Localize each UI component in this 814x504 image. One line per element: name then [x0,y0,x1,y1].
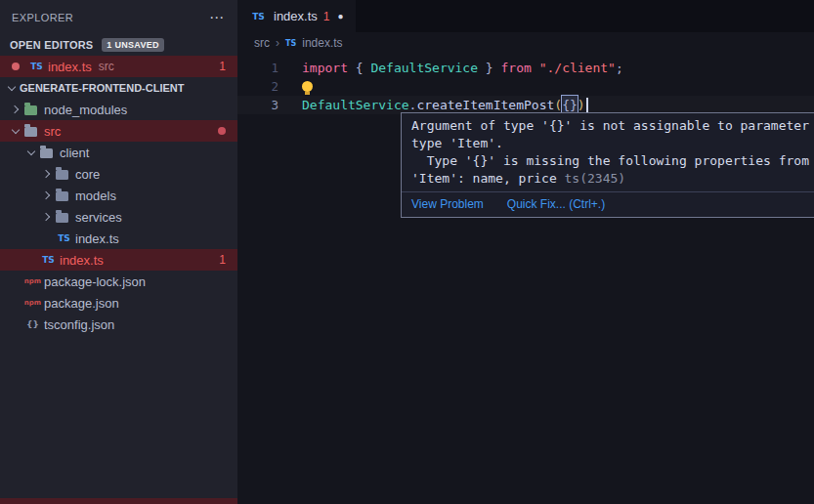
line-content [278,81,317,92]
file-label: tsconfig.json [44,317,114,332]
folder-icon [56,170,68,180]
code-line-1[interactable]: 1import { DefaultService } from "./clien… [237,59,814,77]
project-root-header[interactable]: GENERATE-FRONTEND-CLIENT [0,77,237,99]
code-token: from [501,59,532,77]
typescript-file-icon: TS [249,12,268,21]
folder-icon [56,191,68,201]
tree-item-package-lock-json[interactable]: npmpackage-lock.json [0,271,237,292]
text-cursor [586,98,588,112]
editor-area: TS index.ts 1 ● src › TS index.ts 1impor… [237,0,814,504]
more-actions-icon[interactable]: ⋯ [209,10,224,24]
ts-file-icon: TS [39,255,58,265]
folder-icon [24,105,37,115]
error-dot-icon [218,127,226,135]
tree-item-src[interactable]: src [0,120,237,142]
file-tree: node_modulessrcclientcoremodelsservicesT… [0,99,237,335]
chevron-down-icon[interactable] [8,129,23,133]
code-area[interactable]: 1import { DefaultService } from "./clien… [237,59,814,114]
file-label: package.json [44,296,119,311]
tree-item-tsconfig-json[interactable]: {}tsconfig.json [0,314,237,335]
tree-item-node-modules[interactable]: node_modules [0,99,237,120]
explorer-title: EXPLORER [12,12,73,23]
code-token: } [478,59,500,77]
chevron-right-icon[interactable] [8,106,23,112]
tree-item-package-json[interactable]: npmpackage.json [0,292,237,314]
modified-dot-icon [12,63,20,70]
open-editor-file-name: index.ts [48,60,92,74]
tab-error-count: 1 [323,10,330,23]
code-token: DefaultService [302,96,409,114]
hover-action-view[interactable]: View Problem [411,197,484,211]
code-token: ; [616,59,623,77]
open-editors-label: OPEN EDITORS [10,39,93,51]
error-count-badge: 1 [219,253,226,267]
tree-item-core[interactable]: core [0,163,237,185]
unsaved-badge: 1 UNSAVED [102,38,164,52]
code-token: import [302,59,348,77]
tree-item-index-ts[interactable]: TSindex.ts1 [0,249,237,271]
hover-message-text: Type '{}' is missing the following prope… [411,153,814,168]
tree-item-index-ts[interactable]: TSindex.ts [0,228,237,249]
breadcrumb-file[interactable]: index.ts [302,36,342,50]
breadcrumb-separator: › [276,36,279,50]
file-label: models [75,189,116,203]
line-number: 1 [237,59,278,77]
file-label: core [75,167,100,182]
explorer-sidebar: EXPLORER ⋯ OPEN EDITORS 1 UNSAVED TS ind… [0,0,237,504]
error-code-ref: ts(2345) [565,171,626,186]
chevron-down-icon[interactable] [23,150,39,154]
project-root-label: GENERATE-FRONTEND-CLIENT [20,82,184,94]
ts-file-icon: TS [55,233,73,243]
hover-message-line: 'Item': name, price ts(2345) [411,170,814,188]
folder-icon [56,213,68,223]
tab-index-ts[interactable]: TS index.ts 1 ● [237,0,356,32]
chevron-down-icon [4,86,20,90]
hover-action-bar: View ProblemQuick Fix... (Ctrl+.) [402,191,814,217]
hover-message-text: type 'Item'. [411,136,503,150]
code-token: DefaultService [370,59,478,77]
hover-action-quick[interactable]: Quick Fix... (Ctrl+.) [507,197,605,211]
line-number: 2 [237,77,278,96]
file-label: node_modules [44,103,127,117]
breadcrumb: src › TS index.ts [237,32,814,54]
code-token: "./client" [539,59,616,77]
code-token: { [348,59,370,77]
hover-message: Argument of type '{}' is not assignable … [402,113,814,191]
error-count-badge: 1 [219,60,226,73]
tree-item-services[interactable]: services [0,206,237,228]
lightbulb-icon[interactable] [302,81,313,92]
file-label: client [60,146,89,160]
tree-item-client[interactable]: client [0,142,237,163]
folder-icon [24,127,37,137]
sidebar-header: EXPLORER ⋯ [0,0,237,34]
folder-icon [40,148,53,158]
hover-message-text: 'Item': name, price [411,171,565,186]
vscode-window: EXPLORER ⋯ OPEN EDITORS 1 UNSAVED TS ind… [0,0,814,504]
tree-item-models[interactable]: models [0,185,237,206]
dirty-dot-icon[interactable]: ● [338,11,344,21]
file-label: index.ts [75,231,119,246]
npm-file-icon: npm [23,299,42,307]
file-label: package-lock.json [44,274,146,289]
chevron-right-icon[interactable] [39,214,55,220]
npm-file-icon: npm [23,277,42,285]
tab-label: index.ts [274,9,318,23]
open-editor-file-path: src [99,60,114,73]
chevron-right-icon[interactable] [39,192,55,198]
chevron-right-icon[interactable] [39,171,55,177]
error-hover-popup: Argument of type '{}' is not assignable … [401,112,814,218]
hover-message-line: Type '{}' is missing the following prope… [411,152,814,170]
breadcrumb-folder[interactable]: src [254,36,270,50]
tab-bar: TS index.ts 1 ● [237,0,814,32]
typescript-file-icon: TS [27,62,46,71]
json-file-icon: {} [23,319,42,329]
typescript-file-icon: TS [285,39,296,48]
open-editor-item-index-ts[interactable]: TS index.ts src 1 [0,56,237,77]
line-content: import { DefaultService } from "./client… [278,59,623,77]
hover-message-line: type 'Item'. [411,135,814,152]
hover-message-text: Argument of type '{}' is not assignable … [411,118,814,133]
code-line-2[interactable]: 2 [237,77,814,96]
code-token [532,59,539,77]
file-label: services [75,210,122,225]
open-editors-header[interactable]: OPEN EDITORS 1 UNSAVED [0,34,237,56]
